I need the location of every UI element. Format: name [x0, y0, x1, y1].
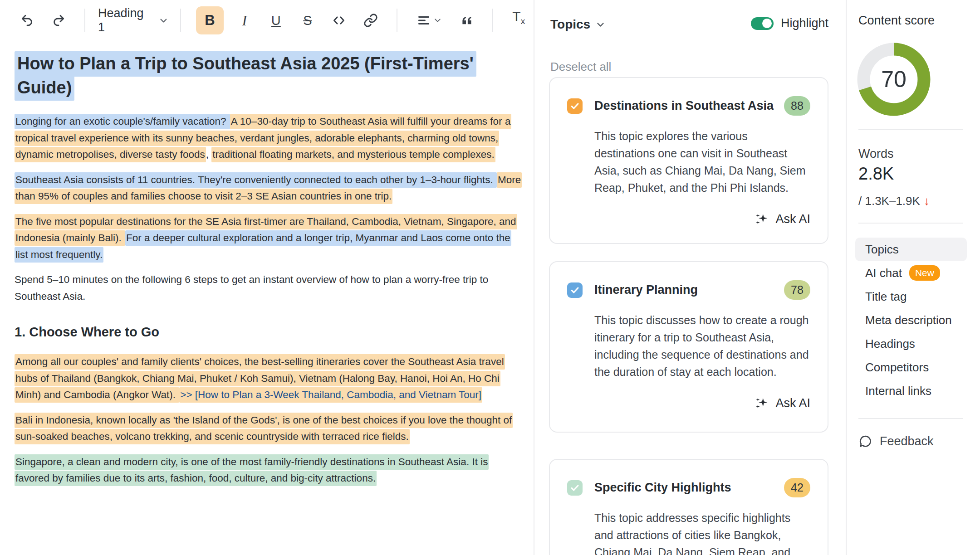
- check-icon: [570, 101, 580, 111]
- sidebar-item-title-tag[interactable]: Title tag: [855, 285, 967, 308]
- topic-checkbox[interactable]: [567, 282, 583, 298]
- topic-score-badge: 88: [784, 96, 810, 116]
- link-icon: [363, 13, 378, 28]
- bold-button[interactable]: B: [196, 6, 224, 34]
- sidebar-item-ai-chat[interactable]: AI chat New: [855, 261, 967, 285]
- divider: [858, 129, 963, 130]
- content-score-label: Content score: [858, 14, 935, 28]
- feedback-bubble-icon: [858, 434, 872, 448]
- check-icon: [570, 483, 580, 493]
- topic-card: Destinations in Southeast Asia 88 This t…: [549, 77, 828, 244]
- content-score-value: 70: [855, 41, 932, 118]
- chevron-down-icon: [434, 18, 441, 23]
- underline-button[interactable]: U: [265, 10, 287, 31]
- topic-title: Itinerary Planning: [594, 283, 698, 297]
- ask-ai-button[interactable]: Ask AI: [567, 212, 810, 226]
- doc-block-p[interactable]: Southeast Asia consists of 11 countries.…: [15, 172, 522, 205]
- clear-formatting-label: T: [512, 10, 520, 23]
- sidebar-item-headings[interactable]: Headings: [855, 332, 967, 355]
- doc-block-h1[interactable]: How to Plan a Trip to Southeast Asia 202…: [15, 52, 502, 100]
- topics-panel-title: Topics: [550, 17, 590, 32]
- words-label: Words: [858, 147, 894, 161]
- redo-button[interactable]: [48, 10, 70, 31]
- align-left-icon: [417, 14, 431, 27]
- topic-score-badge: 78: [784, 280, 810, 300]
- undo-icon: [20, 13, 34, 28]
- topic-card-header: Itinerary Planning 78: [567, 280, 810, 300]
- heading-style-dropdown[interactable]: Heading 1: [98, 6, 167, 34]
- code-button[interactable]: [328, 10, 350, 31]
- topic-card: Specific City Highlights 42 This topic a…: [549, 459, 828, 555]
- ask-ai-label: Ask AI: [775, 396, 810, 410]
- toolbar-separator: [180, 9, 181, 32]
- heading-style-label: Heading 1: [98, 6, 153, 34]
- topic-card-header: Destinations in Southeast Asia 88: [567, 96, 810, 116]
- toolbar-separator: [492, 9, 493, 32]
- topic-description: This topic explores the various destinat…: [594, 127, 811, 196]
- doc-block-p[interactable]: Longing for an exotic couple's/family va…: [15, 113, 522, 163]
- highlight-label: Highlight: [781, 16, 828, 30]
- sidebar-item-meta-description[interactable]: Meta description: [855, 308, 967, 332]
- quote-icon: [460, 14, 473, 27]
- toolbar-separator: [84, 9, 85, 32]
- topic-card-header: Specific City Highlights 42: [567, 478, 810, 497]
- doc-block-p[interactable]: Among all our couples' and family client…: [15, 354, 522, 404]
- doc-block-p[interactable]: Singapore, a clean and modern city, is o…: [15, 454, 522, 487]
- sidebar-item-internal-links[interactable]: Internal links: [855, 379, 967, 403]
- doc-block-p[interactable]: Bali in Indonesia, known locally as 'the…: [15, 412, 522, 445]
- doc-block-p[interactable]: Spend 5–10 minutes on the following 6 st…: [15, 272, 522, 305]
- topic-description: This topic discusses how to create a rou…: [594, 312, 811, 380]
- sidebar-item-topics[interactable]: Topics: [855, 238, 967, 261]
- blockquote-button[interactable]: [456, 10, 477, 31]
- topic-card: Itinerary Planning 78 This topic discuss…: [549, 261, 828, 433]
- topic-checkbox[interactable]: [567, 98, 583, 114]
- ask-ai-label: Ask AI: [775, 212, 810, 226]
- chevron-down-icon: [597, 22, 604, 27]
- score-sidebar: Content score 70 Words 2.8K / 1.3K–1.9K↓…: [846, 0, 980, 555]
- toolbar-separator: [397, 9, 397, 32]
- link-button[interactable]: [360, 10, 382, 31]
- editor-toolbar: Heading 1 B I U S Tx: [0, 0, 534, 41]
- italic-button[interactable]: I: [234, 10, 255, 31]
- topic-checkbox[interactable]: [567, 480, 583, 496]
- new-badge: New: [909, 265, 940, 280]
- check-icon: [570, 285, 580, 295]
- toggle-knob: [762, 19, 772, 28]
- topics-panel: Topics Highlight Deselect all Destinatio…: [535, 0, 845, 555]
- code-icon: [331, 13, 347, 28]
- down-arrow-icon: ↓: [924, 194, 930, 208]
- highlight-toggle-row: Highlight: [751, 16, 828, 30]
- ask-ai-button[interactable]: Ask AI: [567, 396, 810, 410]
- editor-document[interactable]: How to Plan a Trip to Southeast Asia 202…: [15, 44, 522, 496]
- align-button[interactable]: [412, 10, 446, 31]
- sidebar-item-competitors[interactable]: Competitors: [855, 355, 967, 379]
- editor-pane: Heading 1 B I U S Tx How to Plan a Trip …: [0, 0, 534, 555]
- divider: [858, 418, 963, 419]
- sidebar-nav: Topics AI chat New Title tag Meta descri…: [855, 238, 967, 403]
- sparkles-icon: [754, 396, 769, 410]
- doc-block-h2[interactable]: 1. Choose Where to Go: [15, 324, 522, 341]
- doc-block-p[interactable]: The five most popular destinations for t…: [15, 214, 522, 263]
- feedback-button[interactable]: Feedback: [858, 434, 934, 448]
- deselect-all-link[interactable]: Deselect all: [550, 60, 611, 74]
- divider: [858, 223, 963, 224]
- chevron-down-icon: [160, 18, 167, 23]
- redo-icon: [51, 13, 66, 28]
- words-range: / 1.3K–1.9K↓: [858, 194, 930, 208]
- highlight-toggle[interactable]: [751, 17, 774, 30]
- words-count: 2.8K: [858, 164, 894, 184]
- doc-link[interactable]: >> [How to Plan a 3-Week Thailand, Cambo…: [180, 389, 481, 400]
- clear-formatting-button[interactable]: Tx: [508, 10, 530, 31]
- sparkles-icon: [754, 212, 769, 226]
- feedback-label: Feedback: [880, 434, 934, 448]
- topic-score-badge: 42: [784, 478, 810, 497]
- strikethrough-button[interactable]: S: [297, 10, 318, 31]
- undo-button[interactable]: [16, 10, 38, 31]
- topic-title: Destinations in Southeast Asia: [594, 99, 774, 113]
- topic-title: Specific City Highlights: [594, 481, 731, 495]
- topics-dropdown[interactable]: Topics: [550, 17, 604, 32]
- topic-description: This topic addresses specific highlights…: [594, 509, 811, 555]
